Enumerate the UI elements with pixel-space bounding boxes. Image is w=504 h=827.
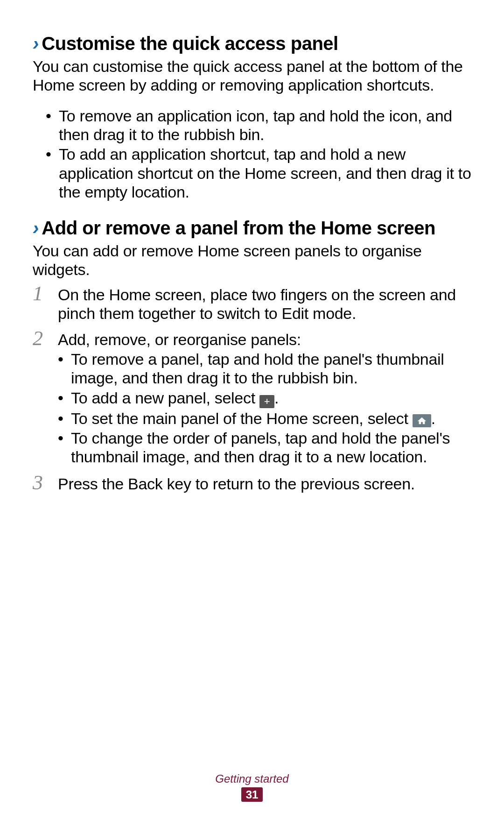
sub-text-pre: To add a new panel, select <box>71 389 259 407</box>
sub-text-post: . <box>274 389 279 407</box>
home-icon <box>413 414 431 427</box>
section2-intro: You can add or remove Home screen panels… <box>33 241 471 279</box>
page-footer: Getting started 31 <box>0 772 504 802</box>
list-item: To add an application shortcut, tap and … <box>46 145 471 201</box>
step-number: 2 <box>33 328 49 465</box>
sub-text-pre: To set the main panel of the Home screen… <box>71 410 413 427</box>
section1-bullets: To remove an application icon, tap and h… <box>33 106 471 201</box>
step-number: 1 <box>33 283 49 321</box>
step-2: 2 Add, remove, or reorganise panels: To … <box>33 330 471 467</box>
list-item: To change the order of panels, tap and h… <box>58 429 471 466</box>
list-item: To set the main panel of the Home screen… <box>58 409 471 428</box>
section1-intro: You can customise the quick access panel… <box>33 57 471 94</box>
list-item: To add a new panel, select +. <box>58 389 471 408</box>
manual-page: › Customise the quick access panel You c… <box>0 0 504 827</box>
page-number-badge: 31 <box>241 787 263 802</box>
heading-text: Add or remove a panel from the Home scre… <box>42 217 435 239</box>
sub-text-post: . <box>431 410 435 427</box>
section-heading-customise: › Customise the quick access panel <box>33 33 471 54</box>
step-body: Add, remove, or reorganise panels: To re… <box>58 330 471 467</box>
chevron-icon: › <box>33 34 38 53</box>
plus-icon: + <box>259 395 274 408</box>
step-3: 3 Press the Back key to return to the pr… <box>33 474 471 495</box>
section-heading-panels: › Add or remove a panel from the Home sc… <box>33 217 471 239</box>
step-text: On the Home screen, place two fingers on… <box>58 285 471 323</box>
chevron-icon: › <box>33 219 38 237</box>
step2-sublist: To remove a panel, tap and hold the pane… <box>58 350 471 466</box>
step-text: Press the Back key to return to the prev… <box>58 474 471 495</box>
footer-section-label: Getting started <box>0 772 504 785</box>
step-number: 3 <box>33 473 49 493</box>
heading-text: Customise the quick access panel <box>42 33 338 54</box>
steps-list: 1 On the Home screen, place two fingers … <box>33 285 471 495</box>
list-item: To remove an application icon, tap and h… <box>46 106 471 144</box>
step-text: Add, remove, or reorganise panels: <box>58 331 301 348</box>
list-item: To remove a panel, tap and hold the pane… <box>58 350 471 387</box>
step-1: 1 On the Home screen, place two fingers … <box>33 285 471 323</box>
